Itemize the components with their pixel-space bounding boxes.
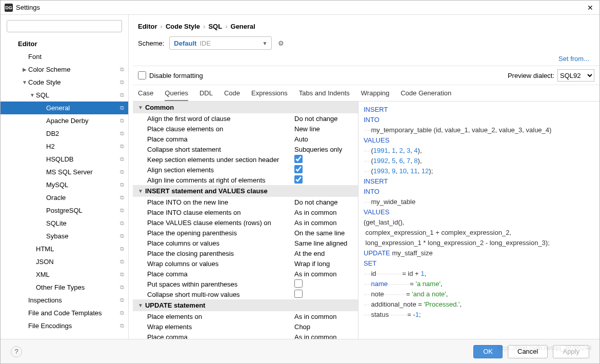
tree-item-inspections[interactable]: Inspections⧉ <box>1 294 128 307</box>
tree-item-sybase[interactable]: Sybase⧉ <box>1 230 128 242</box>
option-row[interactable]: Place the opening parenthesisOn the same… <box>133 228 358 238</box>
help-icon[interactable]: ? <box>11 346 22 357</box>
code-preview: INSERTINTO····my_temporary_table (id, va… <box>358 101 599 339</box>
disable-formatting-checkbox[interactable] <box>138 71 146 79</box>
copy-icon: ⧉ <box>120 194 124 201</box>
option-row[interactable]: Place commaAuto <box>133 134 358 144</box>
tree-item-oracle[interactable]: Oracle⧉ <box>1 191 128 204</box>
option-row[interactable]: Align the first word of clauseDo not cha… <box>133 113 358 124</box>
chevron-down-icon: ▼ <box>262 41 267 46</box>
disable-formatting-label: Disable formatting <box>149 72 203 79</box>
option-row[interactable]: Place commaAs in common <box>133 332 358 339</box>
tab-ddl[interactable]: DDL <box>199 89 213 101</box>
copy-icon: ⧉ <box>120 297 124 304</box>
group-header[interactable]: ▼INSERT statement and VALUES clause <box>133 185 358 197</box>
tree-item-general[interactable]: General⧉ <box>1 102 128 114</box>
tab-code[interactable]: Code <box>224 89 240 101</box>
copy-icon: ⧉ <box>120 310 124 316</box>
tree-item-sqlite[interactable]: SQLite⧉ <box>1 217 128 230</box>
tab-expressions[interactable]: Expressions <box>251 89 288 101</box>
copy-icon: ⧉ <box>120 143 124 150</box>
tree-item-file-and-code-templates[interactable]: File and Code Templates⧉ <box>1 307 128 319</box>
tree-item-hsqldb[interactable]: HSQLDB⧉ <box>1 153 128 166</box>
copy-icon: ⧉ <box>120 220 124 227</box>
gear-icon[interactable]: ⚙ <box>278 39 284 47</box>
copy-icon: ⧉ <box>120 246 124 252</box>
tree-item-xml[interactable]: XML⧉ <box>1 268 128 281</box>
copy-icon: ⧉ <box>120 105 124 111</box>
tree-item-json[interactable]: JSON⧉ <box>1 255 128 268</box>
settings-window: DG Settings ✕ 🔍 EditorFont▶Color Scheme⧉… <box>0 0 600 364</box>
option-checkbox[interactable] <box>294 175 303 184</box>
option-row[interactable]: Place commaAs in common <box>133 269 358 279</box>
option-row[interactable]: Place elements onAs in common <box>133 311 358 321</box>
tree-item-mysql[interactable]: MySQL⧉ <box>1 178 128 191</box>
title-bar: DG Settings ✕ <box>1 1 599 15</box>
tree-item-postgresql[interactable]: PostgreSQL⧉ <box>1 204 128 217</box>
tree-item-color-scheme[interactable]: ▶Color Scheme⧉ <box>1 63 128 76</box>
tab-case[interactable]: Case <box>138 89 153 101</box>
settings-tree[interactable]: EditorFont▶Color Scheme⧉▼Code Style⧉▼SQL… <box>1 37 128 339</box>
options-tree[interactable]: ▼CommonAlign the first word of clauseDo … <box>133 101 358 339</box>
scheme-select[interactable]: Default IDE ▼ <box>169 36 272 50</box>
option-row[interactable]: Collapse short statementSubqueries only <box>133 144 358 154</box>
tree-item-ms-sql-server[interactable]: MS SQL Server⧉ <box>1 166 128 178</box>
option-row[interactable]: Keep section elements under section head… <box>133 154 358 165</box>
tree-item-code-style[interactable]: ▼Code Style⧉ <box>1 76 128 89</box>
option-row[interactable]: Wrap columns or valuesWrap if long <box>133 258 358 269</box>
option-row[interactable]: Wrap elementsChop <box>133 321 358 332</box>
option-row[interactable]: Place columns or valuesSame line aligned <box>133 238 358 248</box>
sidebar: 🔍 EditorFont▶Color Scheme⧉▼Code Style⧉▼S… <box>1 15 129 339</box>
option-checkbox[interactable] <box>294 155 303 163</box>
tree-item-html[interactable]: HTML⧉ <box>1 242 128 255</box>
option-checkbox[interactable] <box>294 290 303 298</box>
tree-item-db2[interactable]: DB2⧉ <box>1 127 128 140</box>
tree-item-editor[interactable]: Editor <box>1 37 128 50</box>
copy-icon: ⧉ <box>120 79 124 86</box>
option-row[interactable]: Place VALUES clause elements (rows) onAs… <box>133 217 358 228</box>
option-row[interactable]: Place INTO clause elements onAs in commo… <box>133 207 358 217</box>
option-checkbox[interactable] <box>294 165 303 173</box>
main-pane: Editor›Code Style›SQL›General Scheme: De… <box>129 15 599 339</box>
group-header[interactable]: ▼Common <box>133 102 358 113</box>
preview-dialect-label: Preview dialect: <box>508 72 554 79</box>
option-row[interactable]: Place clause elements onNew line <box>133 124 358 134</box>
search-input[interactable] <box>7 20 122 32</box>
copy-icon: ⧉ <box>120 156 124 163</box>
option-row[interactable]: Align line comments at right of elements <box>133 175 358 185</box>
tabs: CaseQueriesDDLCodeExpressionsTabs and In… <box>133 85 599 101</box>
watermark: https://blog.csdn.net/qq_39765244 <box>497 345 592 352</box>
group-header[interactable]: ▼UPDATE statement <box>133 299 358 311</box>
copy-icon: ⧉ <box>120 258 124 265</box>
option-checkbox[interactable] <box>294 279 303 288</box>
copy-icon: ⧉ <box>120 322 124 329</box>
copy-icon: ⧉ <box>120 92 124 98</box>
preview-dialect-select[interactable]: SQL92 <box>557 69 594 82</box>
tree-item-file-encodings[interactable]: File Encodings⧉ <box>1 319 128 332</box>
tab-queries[interactable]: Queries <box>165 89 188 101</box>
tree-item-apache-derby[interactable]: Apache Derby⧉ <box>1 114 128 127</box>
copy-icon: ⧉ <box>120 117 124 124</box>
set-from-link[interactable]: Set from... <box>558 55 589 63</box>
option-row[interactable]: Place INTO on the new lineDo not change <box>133 197 358 207</box>
close-icon[interactable]: ✕ <box>585 4 595 12</box>
tree-item-other-file-types[interactable]: Other File Types⧉ <box>1 281 128 294</box>
copy-icon: ⧉ <box>120 271 124 278</box>
copy-icon: ⧉ <box>120 130 124 137</box>
option-row[interactable]: Place the closing parenthesisAt the end <box>133 248 358 258</box>
option-row[interactable]: Collapse short multi-row values <box>133 289 358 299</box>
tab-code-generation[interactable]: Code Generation <box>401 89 451 101</box>
app-icon: DG <box>5 4 13 12</box>
tab-wrapping[interactable]: Wrapping <box>361 89 389 101</box>
option-row[interactable]: Align section elements <box>133 165 358 175</box>
tree-item-sql[interactable]: ▼SQL⧉ <box>1 89 128 102</box>
option-row[interactable]: Put spaces within parentheses <box>133 279 358 289</box>
copy-icon: ⧉ <box>120 181 124 188</box>
breadcrumb: Editor›Code Style›SQL›General <box>133 15 599 34</box>
copy-icon: ⧉ <box>120 66 124 73</box>
tree-item-h2[interactable]: H2⧉ <box>1 140 128 153</box>
tree-item-font[interactable]: Font <box>1 50 128 63</box>
copy-icon: ⧉ <box>120 207 124 214</box>
tab-tabs-and-indents[interactable]: Tabs and Indents <box>299 89 350 101</box>
scheme-label: Scheme: <box>138 39 164 47</box>
